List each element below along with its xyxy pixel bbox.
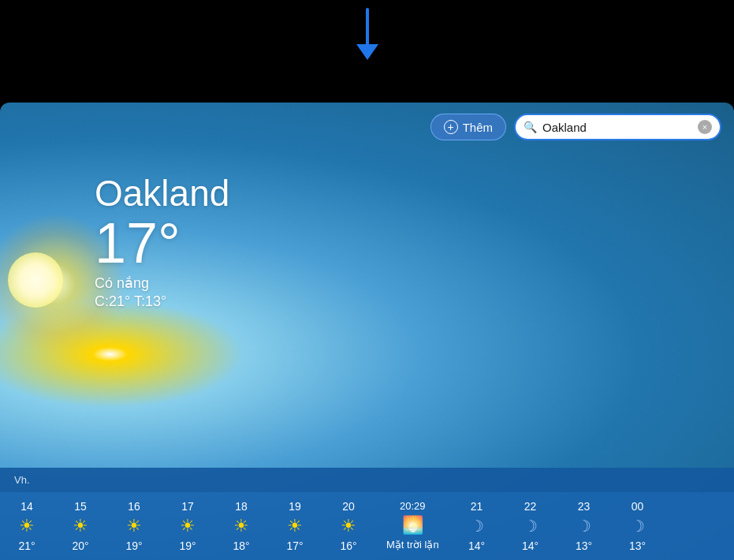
hour-col: 20☀16°: [322, 492, 375, 560]
hour-temperature: 14°: [522, 539, 538, 552]
plus-icon: +: [444, 120, 458, 134]
hour-temperature: 20°: [72, 539, 88, 552]
hour-temperature: 13°: [576, 539, 592, 552]
down-arrow-icon: [352, 8, 383, 63]
hour-weather-icon: ☀: [341, 517, 356, 535]
hour-weather-icon: ☀: [19, 517, 35, 535]
hour-time: 23: [578, 500, 591, 513]
weather-app: + Thêm 🔍 × Oakland 17° Có nắng C:21° T:1…: [0, 103, 734, 560]
hour-temperature: Mặt trời lặn: [386, 539, 439, 551]
arrow-indicator: [352, 8, 383, 63]
hour-time: 14: [20, 500, 33, 513]
hour-weather-icon: ☀: [73, 517, 88, 535]
clear-icon: ×: [702, 122, 707, 132]
high-low: C:21° T:13°: [95, 293, 734, 310]
hour-weather-icon: ☀: [180, 517, 196, 535]
hour-col: 00☽13°: [611, 492, 665, 560]
hour-col: 23☽13°: [557, 492, 611, 560]
svg-marker-2: [356, 44, 378, 60]
hour-time: 20: [342, 500, 355, 513]
hour-col: 19☀17°: [268, 492, 322, 560]
hour-temperature: 16°: [340, 539, 356, 552]
hour-weather-icon: ☽: [577, 517, 591, 535]
weather-info: Oakland 17° Có nắng C:21° T:13°: [0, 148, 734, 310]
search-input[interactable]: [542, 121, 692, 134]
hourly-header: Vh.: [0, 468, 734, 492]
hour-col: 16☀19°: [107, 492, 161, 560]
hour-temperature: 21°: [18, 539, 35, 552]
hour-col: 14☀21°: [0, 492, 54, 560]
hour-weather-icon: ☀: [233, 517, 249, 535]
hourly-header-label: Vh.: [14, 474, 30, 486]
add-button-label: Thêm: [463, 121, 493, 134]
hour-weather-icon: ☀: [126, 517, 142, 535]
hour-weather-icon: ☽: [470, 517, 484, 535]
temperature: 17°: [95, 215, 734, 271]
search-box[interactable]: 🔍 ×: [514, 114, 721, 140]
hour-time: 18: [235, 500, 248, 513]
hour-weather-icon: ☀: [287, 517, 303, 535]
hour-temperature: 13°: [629, 539, 646, 552]
hour-time: 16: [128, 500, 140, 513]
hour-temperature: 14°: [468, 539, 485, 552]
hour-col: 20:29🌅Mặt trời lặn: [375, 492, 450, 560]
hour-temperature: 17°: [286, 539, 303, 552]
hour-col: 17☀19°: [161, 492, 214, 560]
top-bar: [0, 0, 734, 103]
toolbar: + Thêm 🔍 ×: [0, 103, 734, 148]
hour-weather-icon: 🌅: [402, 517, 423, 534]
hour-time: 15: [74, 500, 87, 513]
search-icon: 🔍: [523, 121, 537, 133]
hour-col: 18☀18°: [214, 492, 268, 560]
hour-time: 20:29: [400, 500, 426, 512]
add-location-button[interactable]: + Thêm: [430, 114, 506, 140]
city-name: Oakland: [95, 172, 734, 215]
hour-time: 21: [471, 500, 483, 513]
hour-time: 22: [524, 500, 537, 513]
hour-weather-icon: ☽: [631, 517, 645, 535]
hourly-table: 14☀21°15☀20°16☀19°17☀19°18☀18°19☀17°20☀1…: [0, 492, 734, 560]
hourly-scroll[interactable]: 14☀21°15☀20°16☀19°17☀19°18☀18°19☀17°20☀1…: [0, 492, 734, 560]
weather-description: Có nắng: [95, 274, 734, 292]
hour-col: 21☽14°: [450, 492, 504, 560]
hourly-forecast: Vh. 14☀21°15☀20°16☀19°17☀19°18☀18°19☀17°…: [0, 468, 734, 560]
hour-temperature: 18°: [233, 539, 249, 552]
hour-time: 00: [632, 500, 644, 513]
hour-col: 22☽14°: [504, 492, 557, 560]
hour-weather-icon: ☽: [523, 517, 538, 535]
hour-time: 19: [289, 500, 301, 513]
hour-col: 15☀20°: [54, 492, 107, 560]
hour-temperature: 19°: [179, 539, 196, 552]
clear-search-button[interactable]: ×: [698, 120, 712, 134]
hour-temperature: 19°: [125, 539, 142, 552]
hour-time: 17: [181, 500, 194, 513]
